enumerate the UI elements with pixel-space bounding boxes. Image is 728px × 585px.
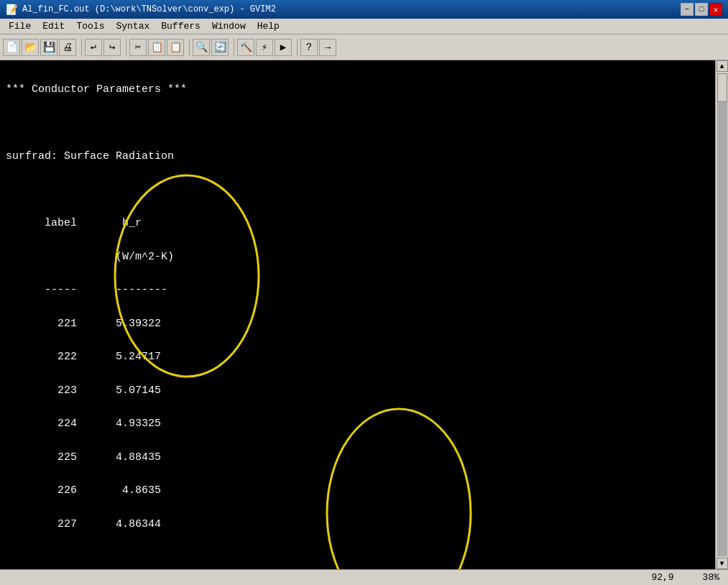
tb-undo[interactable]: ↩ bbox=[85, 39, 102, 56]
tb-hammer[interactable]: 🔨 bbox=[237, 39, 254, 56]
line-12: 225 4.88435 bbox=[6, 451, 161, 464]
menu-edit[interactable]: Edit bbox=[37, 19, 70, 33]
app-icon: 📝 bbox=[6, 4, 18, 16]
menu-buffers[interactable]: Buffers bbox=[155, 19, 206, 33]
maximize-button[interactable]: □ bbox=[695, 3, 708, 16]
tb-redo[interactable]: ↪ bbox=[103, 39, 121, 56]
minimize-button[interactable]: − bbox=[681, 3, 694, 16]
line-5: label h_r bbox=[6, 217, 142, 229]
line-6: (W/m^2-K) bbox=[6, 251, 174, 263]
tb-replace[interactable]: 🔄 bbox=[211, 39, 229, 56]
svg-point-0 bbox=[115, 175, 259, 377]
tb-open[interactable]: 📂 bbox=[22, 39, 39, 56]
tb-new[interactable]: 📄 bbox=[3, 39, 20, 56]
toolbar-sep-2 bbox=[124, 39, 126, 56]
line-1: *** Conductor Parameters *** bbox=[6, 83, 187, 96]
scroll-thumb[interactable] bbox=[717, 73, 727, 102]
titlebar: 📝 Al_fin_FC.out (D:\work\TNSolver\conv_e… bbox=[0, 0, 728, 19]
line-3: surfrad: Surface Radiation bbox=[6, 150, 174, 162]
tb-run[interactable]: ▶ bbox=[275, 39, 292, 56]
tb-paste[interactable]: 📋 bbox=[167, 39, 184, 56]
scroll-track[interactable] bbox=[717, 73, 727, 556]
tb-save[interactable]: 💾 bbox=[40, 39, 57, 56]
title-area: 📝 Al_fin_FC.out (D:\work\TNSolver\conv_e… bbox=[6, 4, 276, 16]
toolbar-sep-3 bbox=[187, 39, 190, 56]
zoom-level: 38% bbox=[703, 572, 719, 583]
menu-tools[interactable]: Tools bbox=[70, 19, 110, 33]
toolbar-sep-5 bbox=[295, 39, 298, 56]
menu-syntax[interactable]: Syntax bbox=[110, 19, 155, 33]
statusbar: 92,9 38% bbox=[0, 569, 728, 585]
main-area: *** Conductor Parameters *** surfrad: Su… bbox=[0, 60, 728, 569]
menu-window[interactable]: Window bbox=[206, 19, 252, 33]
tb-print[interactable]: 🖨 bbox=[59, 39, 76, 56]
line-7: ----- -------- bbox=[6, 284, 167, 296]
tb-find[interactable]: 🔍 bbox=[193, 39, 210, 56]
vertical-scrollbar[interactable]: ▲ ▼ bbox=[715, 60, 728, 569]
toolbar-sep-1 bbox=[79, 39, 82, 56]
line-9: 222 5.24717 bbox=[6, 351, 161, 363]
line-11: 224 4.93325 bbox=[6, 418, 161, 430]
cursor-position: 92,9 bbox=[651, 572, 673, 583]
line-13: 226 4.8635 bbox=[6, 484, 161, 497]
toolbar: 📄 📂 💾 🖨 ↩ ↪ ✂ 📋 📋 🔍 🔄 🔨 ⚡ ▶ ? → bbox=[0, 34, 728, 60]
line-10: 223 5.07145 bbox=[6, 384, 161, 397]
editor-content[interactable]: *** Conductor Parameters *** surfrad: Su… bbox=[0, 60, 715, 569]
scroll-up-button[interactable]: ▲ bbox=[717, 60, 728, 72]
close-button[interactable]: ✕ bbox=[709, 3, 722, 16]
menu-help[interactable]: Help bbox=[252, 19, 285, 33]
tb-help[interactable]: ? bbox=[300, 39, 318, 56]
window-title: Al_fin_FC.out (D:\work\TNSolver\conv_exp… bbox=[22, 4, 276, 14]
menu-file[interactable]: File bbox=[3, 19, 37, 33]
tb-lightning[interactable]: ⚡ bbox=[256, 39, 273, 56]
line-14: 227 4.86344 bbox=[6, 518, 161, 530]
scroll-down-button[interactable]: ▼ bbox=[717, 558, 728, 569]
toolbar-sep-4 bbox=[231, 39, 234, 56]
tb-cut[interactable]: ✂ bbox=[129, 39, 147, 56]
window-controls: − □ ✕ bbox=[681, 3, 722, 16]
menubar: File Edit Tools Syntax Buffers Window He… bbox=[0, 19, 728, 34]
line-8: 221 5.39322 bbox=[6, 318, 161, 330]
tb-copy[interactable]: 📋 bbox=[148, 39, 165, 56]
tb-info[interactable]: → bbox=[319, 39, 336, 56]
